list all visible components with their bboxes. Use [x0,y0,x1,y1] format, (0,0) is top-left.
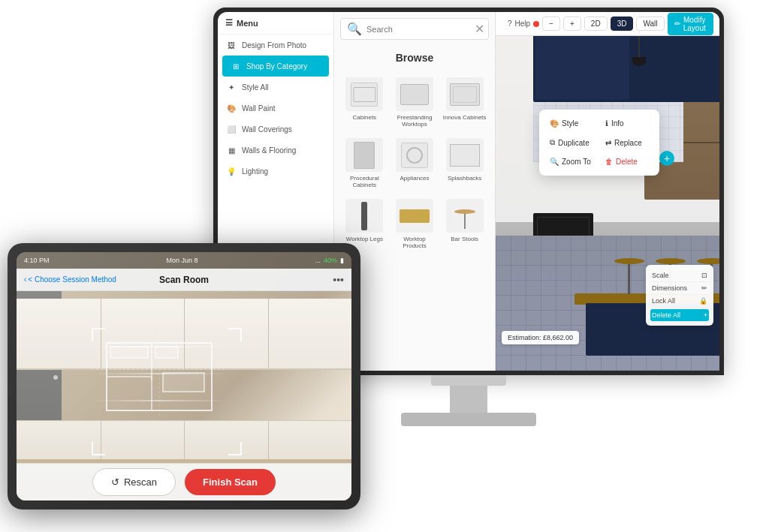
browse-item-appliances[interactable]: Appliances [391,134,439,193]
browse-item-label: Worktop Products [392,236,438,249]
context-style[interactable]: 🎨 Style [545,116,598,131]
browse-item-freestanding[interactable]: Freestanding Worktops [391,73,439,132]
worktop-icon [396,77,433,111]
dimensions-icon: ✏ [701,284,707,292]
light-icon: 💡 [225,165,237,177]
proc-cabinet-icon [345,138,383,172]
floor-icon: ▦ [225,144,237,156]
panel-lock-all[interactable]: Lock All 🔒 [650,295,709,308]
context-label: Duplicate [558,139,590,147]
sidebar-label: Wall Paint [242,104,276,113]
browse-item-procedural[interactable]: Procedural Cabinets [340,134,389,193]
panel-dimensions[interactable]: Dimensions ✏ [650,282,709,295]
tablet-status-bar: 4:10 PM Mon Jun 8 ... 40% ▮ [17,252,351,269]
browse-item-splashbacks[interactable]: Splashbacks [440,134,489,193]
btn-3d[interactable]: 3D [611,17,634,31]
grid-icon: ⊞ [230,60,242,72]
context-delete[interactable]: 🗑 Delete [601,154,653,170]
help-button[interactable]: ? Help [508,20,539,28]
splashback-icon [446,138,484,172]
context-menu-grid: 🎨 Style ℹ Info ⧉ Duplicate [545,116,653,170]
context-duplicate[interactable]: ⧉ Duplicate [545,134,598,151]
browse-item-worktop-products[interactable]: Worktop Products [391,194,439,254]
browse-item-label: Procedural Cabinets [342,175,388,188]
notification-dot [533,21,539,27]
bar-stools-icon [446,199,484,233]
menu-icon: ☰ [225,18,233,28]
sidebar-item-walls-flooring[interactable]: ▦ Walls & Flooring [218,140,333,161]
sidebar-item-wall-coverings[interactable]: ⬜ Wall Coverings [218,119,333,140]
zoom-minus-btn[interactable]: − [542,17,560,31]
svg-rect-6 [163,373,204,392]
context-replace[interactable]: ⇄ Replace [601,134,653,151]
nav-back-btn[interactable]: ‹ < Choose Session Method [24,275,116,284]
browse-item-label: Appliances [400,175,429,182]
toolbar-3d: ? Help − + 2D 3D Wall ✏ Modify Layout [496,12,719,36]
tablet-time: 4:10 PM [24,257,50,264]
browse-item-label: Freestanding Worktops [392,114,438,128]
context-label: Zoom To [562,158,591,166]
scene: ☰ Menu 🖼 Design From Photo ⊞ Shop By Cat… [0,0,769,532]
help-label: Help [515,20,531,28]
stool-seat [614,258,644,264]
sidebar-item-lighting[interactable]: 💡 Lighting [218,161,333,182]
upper-cabinets-right [629,35,719,102]
3d-view[interactable]: ? Help − + 2D 3D Wall ✏ Modify Layout [496,12,719,371]
add-icon: + [704,311,707,319]
search-input[interactable] [366,25,470,34]
panel-delete-all[interactable]: Delete All + [650,309,709,321]
cabinet-divider-3 [268,299,269,368]
rescan-button[interactable]: ↺ Rescan [92,468,176,496]
sidebar-label: Design From Photo [242,41,306,50]
battery-text: 40% [324,257,337,264]
browse-item-cabinets[interactable]: Cabinets [340,73,389,132]
bar-stool-1 [612,258,646,307]
finish-scan-button[interactable]: Finish Scan [185,469,276,495]
lock-icon: 🔒 [699,297,707,305]
estimation-badge: Estimation: £8,662.00 [502,331,579,344]
panel-scale[interactable]: Scale ⊡ [650,269,709,282]
zoom-plus-btn[interactable]: + [563,17,581,31]
worktop-legs-icon [345,199,383,233]
stool-leg [628,264,630,294]
close-icon[interactable]: ✕ [475,22,484,36]
btn-wall[interactable]: Wall [636,17,664,31]
sidebar-label: Shop By Category [246,62,307,71]
context-info[interactable]: ℹ Info [601,116,653,131]
delete-icon: 🗑 [605,158,613,166]
scan-light-3 [92,400,227,401]
browse-item-label: Worktop Legs [346,236,383,242]
tablet-screen: 4:10 PM Mon Jun 8 ... 40% ▮ ‹ < Choose S… [17,252,351,500]
lock-label: Lock All [652,297,675,305]
sidebar-item-wall-paint[interactable]: 🎨 Wall Paint [218,98,333,119]
search-bar[interactable]: 🔍 ✕ [340,18,489,40]
scan-3d-model [92,328,227,418]
browse-item-bar-stools[interactable]: Bar Stools [440,194,489,254]
add-object-btn[interactable]: + [659,151,674,166]
cabinet-icon [345,77,383,111]
photo-lower-cabinets [17,420,351,459]
tablet-bottom-bar: ↺ Rescan Finish Scan [17,463,351,500]
monitor-stand-neck [450,386,487,416]
nav-more-btn[interactable]: ••• [333,274,344,286]
context-label: Replace [614,139,642,147]
sidebar-item-shop-category[interactable]: ⊞ Shop By Category [222,56,329,77]
context-zoom-to[interactable]: 🔍 Zoom To [545,154,598,170]
rescan-icon: ↺ [111,476,119,488]
battery-icon: ▮ [340,257,344,264]
scale-label: Scale [652,272,669,279]
modify-layout-btn[interactable]: ✏ Modify Layout [668,13,714,35]
sidebar-item-style-all[interactable]: ✦ Style All [218,77,333,98]
photo-icon: 🖼 [225,39,237,51]
btn-2d[interactable]: 2D [584,17,608,31]
estimation-text: Estimation: £8,662.00 [508,334,573,341]
appliances-icon [396,138,433,172]
lower-cabinet-divider-1 [101,421,101,459]
sidebar-item-design-photo[interactable]: 🖼 Design From Photo [218,35,333,56]
browse-item-label: Bar Stools [451,236,478,242]
modify-layout-label: Modify Layout [683,16,707,32]
scale-icon: ⊡ [701,272,707,279]
browse-item-innova[interactable]: Innova Cabinets [440,73,489,132]
tablet: 4:10 PM Mon Jun 8 ... 40% ▮ ‹ < Choose S… [8,243,360,509]
layout-icon: ✏ [674,20,680,28]
